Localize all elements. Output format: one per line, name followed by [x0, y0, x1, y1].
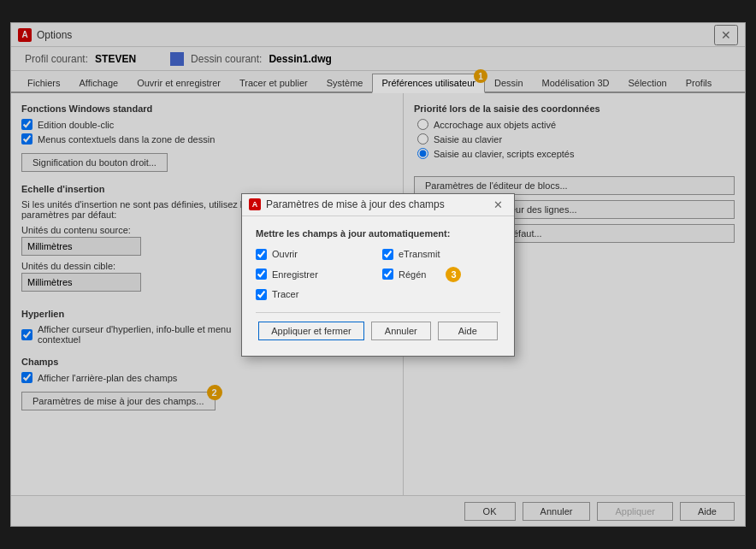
modal-title-left: A Paramètres de mise à jour des champs [249, 198, 445, 210]
modal-overlay: A Paramètres de mise à jour des champs ✕… [11, 23, 745, 526]
modal-enregistrer-checkbox[interactable] [256, 269, 267, 280]
modal-badge-3: 3 [446, 267, 461, 282]
modal-tracer-row: Tracer [256, 289, 374, 300]
modal-checkboxes: Ouvrir eTransmit Enregistrer Régén 3 [256, 249, 500, 300]
modal-title: Paramètres de mise à jour des champs [266, 198, 445, 210]
modal-dialog: A Paramètres de mise à jour des champs ✕… [241, 193, 515, 357]
modal-content: Mettre les champs à jour automatiquement… [242, 216, 514, 356]
modal-app-icon: A [249, 198, 261, 210]
modal-close-button[interactable]: ✕ [489, 198, 507, 212]
modal-regen-row: Régén 3 [382, 267, 500, 282]
modal-enregistrer-label: Enregistrer [272, 269, 318, 280]
modal-enregistrer-row: Enregistrer [256, 267, 374, 282]
modal-description: Mettre les champs à jour automatiquement… [256, 228, 500, 239]
modal-regen-label: Régén 3 [399, 267, 461, 282]
modal-tracer-label: Tracer [272, 289, 298, 299]
modal-aide-button[interactable]: Aide [438, 322, 498, 340]
modal-appliquer-button[interactable]: Appliquer et fermer [258, 322, 364, 340]
modal-etransmit-label: eTransmit [399, 249, 440, 259]
modal-etransmit-row: eTransmit [382, 249, 500, 260]
modal-annuler-button[interactable]: Annuler [371, 322, 431, 340]
main-window: A Options ✕ Profil courant: STEVEN Dessi… [10, 22, 746, 527]
modal-regen-checkbox[interactable] [382, 269, 393, 280]
modal-ouvrir-label: Ouvrir [272, 249, 298, 259]
modal-ouvrir-checkbox[interactable] [256, 249, 267, 260]
modal-tracer-checkbox[interactable] [256, 289, 267, 300]
modal-etransmit-checkbox[interactable] [382, 249, 393, 260]
modal-buttons: Appliquer et fermer Annuler Aide [256, 312, 500, 344]
modal-title-bar: A Paramètres de mise à jour des champs ✕ [242, 194, 514, 216]
modal-ouvrir-row: Ouvrir [256, 249, 374, 260]
